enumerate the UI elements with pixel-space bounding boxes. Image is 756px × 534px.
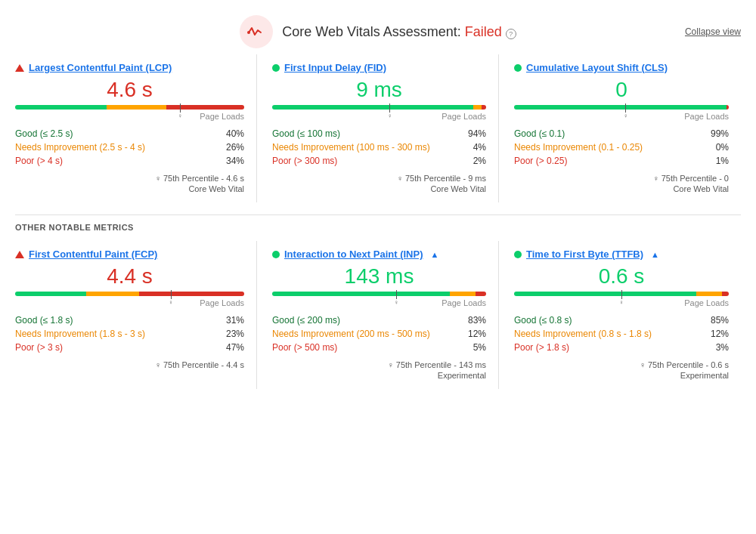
- stats-table-cls: Good (≤ 0.1)99%Needs Improvement (0.1 - …: [514, 127, 729, 168]
- metric-title-lcp: Largest Contentful Paint (LCP): [15, 62, 244, 73]
- metric-link-lcp[interactable]: Largest Contentful Paint (LCP): [29, 62, 172, 73]
- stat-label: Poor (> 0.25): [514, 156, 567, 166]
- status-dot-icon: [514, 64, 522, 72]
- stat-label: Good (≤ 200 ms): [272, 315, 340, 326]
- percentile-label-fcp: ♀ 75th Percentile - 4.4 s: [15, 360, 244, 369]
- stats-row: Poor (> 4 s)34%: [15, 154, 244, 168]
- bar-segment-green: [272, 292, 450, 296]
- stats-row: Poor (> 500 ms)5%: [272, 341, 486, 354]
- stats-row: Good (≤ 2.5 s)40%: [15, 127, 244, 140]
- triangle-red-icon: [15, 64, 24, 72]
- tag-label-inp: Experimental: [272, 371, 486, 380]
- metric-value-cls: 0: [514, 78, 729, 102]
- stats-table-fcp: Good (≤ 1.8 s)31%Needs Improvement (1.8 …: [15, 313, 244, 354]
- status-badge: Failed: [465, 24, 502, 39]
- progress-bar-ttfb: ♀: [514, 292, 729, 296]
- metric-card-inp: Interaction to Next Paint (INP)▲143 ms♀P…: [257, 241, 499, 389]
- stat-label: Needs Improvement (0.1 - 0.25): [514, 142, 643, 153]
- metric-link-fcp[interactable]: First Contentful Paint (FCP): [29, 248, 157, 260]
- stat-value: 2%: [473, 156, 486, 166]
- status-dot-icon: [272, 64, 280, 72]
- percentile-label-lcp: ♀ 75th Percentile - 4.6 s: [15, 174, 244, 183]
- percentile-marker-icon: ♀: [624, 103, 628, 119]
- page-loads-label-lcp: Page Loads: [15, 112, 244, 121]
- stat-label: Needs Improvement (100 ms - 300 ms): [272, 142, 430, 153]
- percentile-marker-icon: ♀: [619, 290, 624, 306]
- tag-label-ttfb: Experimental: [514, 371, 729, 380]
- header-icon: [240, 15, 273, 48]
- stats-row: Poor (> 1.8 s)3%: [514, 341, 729, 354]
- other-metrics-grid: First Contentful Paint (FCP)4.4 s♀Page L…: [15, 241, 741, 389]
- stat-value: 1%: [716, 156, 729, 166]
- metric-card-fid: First Input Delay (FID)9 ms♀Page LoadsGo…: [257, 54, 499, 202]
- metric-card-ttfb: Time to First Byte (TTFB)▲0.6 s♀Page Loa…: [499, 241, 741, 389]
- progress-bar-fcp: ♀: [15, 292, 244, 296]
- metric-link-ttfb[interactable]: Time to First Byte (TTFB): [526, 248, 643, 260]
- stats-row: Needs Improvement (0.8 s - 1.8 s)12%: [514, 327, 729, 341]
- metric-link-cls[interactable]: Cumulative Layout Shift (CLS): [526, 62, 668, 73]
- page-loads-label-fcp: Page Loads: [15, 298, 244, 307]
- progress-bar-cls: ♀: [514, 105, 729, 110]
- bar-segment-orange: [450, 292, 476, 296]
- stats-row: Needs Improvement (2.5 s - 4 s)26%: [15, 140, 244, 154]
- percentile-marker-icon: ♀: [394, 290, 398, 306]
- stat-label: Needs Improvement (2.5 s - 4 s): [15, 142, 145, 153]
- collapse-view-button[interactable]: Collapse view: [685, 26, 741, 37]
- stat-value: 83%: [468, 315, 486, 326]
- stats-row: Needs Improvement (200 ms - 500 ms)12%: [272, 327, 486, 341]
- percentile-marker-icon: ♀: [178, 103, 182, 119]
- stat-value: 0%: [716, 142, 729, 153]
- stat-value: 5%: [473, 342, 486, 353]
- bar-segment-red: [476, 292, 486, 296]
- metric-value-lcp: 4.6 s: [15, 78, 244, 102]
- bar-segment-red: [482, 105, 486, 110]
- metric-title-ttfb: Time to First Byte (TTFB)▲: [514, 248, 729, 260]
- svg-point-0: [247, 31, 250, 34]
- stats-row: Poor (> 3 s)47%: [15, 341, 244, 354]
- page-header: Core Web Vitals Assessment: Failed ? Col…: [15, 15, 741, 48]
- bar-segment-green: [514, 292, 696, 296]
- stats-table-ttfb: Good (≤ 0.8 s)85%Needs Improvement (0.8 …: [514, 313, 729, 354]
- stat-label: Poor (> 4 s): [15, 156, 63, 166]
- section-divider: [15, 215, 741, 215]
- metric-title-inp: Interaction to Next Paint (INP)▲: [272, 248, 486, 260]
- bar-segment-red: [727, 105, 729, 110]
- stats-row: Poor (> 0.25)1%: [514, 154, 729, 168]
- percentile-label-ttfb: ♀ 75th Percentile - 0.6 s: [514, 360, 729, 369]
- header-title: Core Web Vitals Assessment: Failed ?: [282, 24, 516, 40]
- bar-segment-green: [15, 292, 86, 296]
- stat-value: 3%: [716, 342, 729, 353]
- stats-row: Good (≤ 200 ms)83%: [272, 313, 486, 327]
- stat-label: Poor (> 3 s): [15, 342, 63, 353]
- stat-value: 12%: [468, 329, 486, 339]
- core-metrics-grid: Largest Contentful Paint (LCP)4.6 s♀Page…: [15, 54, 741, 202]
- metric-value-fcp: 4.4 s: [15, 264, 244, 289]
- metric-title-fcp: First Contentful Paint (FCP): [15, 248, 244, 260]
- new-badge-icon: ▲: [651, 250, 659, 259]
- status-dot-icon: [272, 251, 280, 258]
- stat-label: Needs Improvement (1.8 s - 3 s): [15, 329, 145, 339]
- page-loads-label-cls: Page Loads: [514, 112, 729, 121]
- stat-value: 34%: [226, 156, 244, 166]
- new-badge-icon: ▲: [430, 250, 438, 259]
- stat-value: 40%: [226, 128, 244, 139]
- percentile-label-fid: ♀ 75th Percentile - 9 ms: [272, 174, 486, 183]
- stat-value: 26%: [226, 142, 244, 153]
- metric-card-fcp: First Contentful Paint (FCP)4.4 s♀Page L…: [15, 241, 257, 389]
- metric-card-lcp: Largest Contentful Paint (LCP)4.6 s♀Page…: [15, 54, 257, 202]
- metric-link-inp[interactable]: Interaction to Next Paint (INP): [284, 248, 423, 260]
- stats-table-inp: Good (≤ 200 ms)83%Needs Improvement (200…: [272, 313, 486, 354]
- stats-table-lcp: Good (≤ 2.5 s)40%Needs Improvement (2.5 …: [15, 127, 244, 168]
- bar-segment-orange: [107, 105, 166, 110]
- stats-row: Needs Improvement (1.8 s - 3 s)23%: [15, 327, 244, 341]
- info-icon[interactable]: ?: [506, 29, 516, 39]
- percentile-marker-icon: ♀: [169, 290, 173, 306]
- metric-value-ttfb: 0.6 s: [514, 264, 729, 289]
- stat-label: Good (≤ 100 ms): [272, 128, 340, 139]
- progress-bar-lcp: ♀: [15, 105, 244, 110]
- stat-label: Poor (> 300 ms): [272, 156, 337, 166]
- bar-segment-green: [514, 105, 727, 110]
- stat-value: 23%: [226, 329, 244, 339]
- metric-link-fid[interactable]: First Input Delay (FID): [284, 62, 386, 73]
- stat-label: Needs Improvement (0.8 s - 1.8 s): [514, 329, 652, 339]
